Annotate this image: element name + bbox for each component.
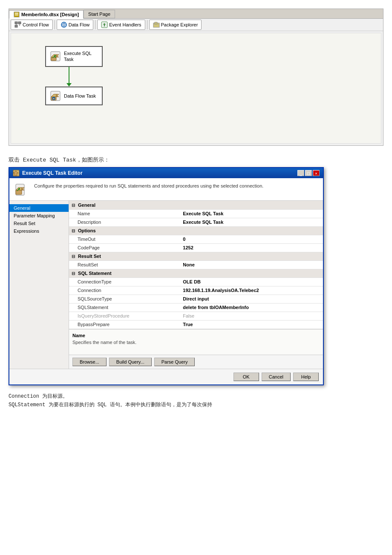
design-tab-icon (14, 12, 20, 17)
svg-rect-12 (155, 22, 157, 24)
prop-name-name: Name (69, 209, 179, 218)
prop-desc-title: Name (72, 333, 320, 338)
maximize-button[interactable]: □ (305, 170, 312, 176)
parse-query-button[interactable]: Parse Query (154, 358, 195, 366)
prop-row-name: Name Execute SQL Task (69, 209, 323, 218)
prop-row-description: Description Execute SQL Task (69, 218, 323, 226)
design-tab[interactable]: MemberInfo.dtsx [Design] (9, 10, 84, 19)
section-instruction: 双击 Execute SQL Task，如图所示： (9, 156, 383, 164)
sidebar-item-expressions[interactable]: Expressions (9, 227, 69, 235)
general-toggle[interactable]: ⊟ (72, 203, 75, 208)
property-description-area: Name Specifies the name of the task. (69, 329, 323, 355)
sql-task-icon (50, 51, 61, 61)
prop-value-connectiontype[interactable]: OLE DB (179, 278, 323, 286)
control-flow-tab[interactable]: Control Flow (11, 20, 53, 30)
prop-name-resultset: ResultSet (69, 260, 179, 269)
prop-value-resultset[interactable]: None (179, 260, 323, 269)
prop-desc-text: Specifies the name of the task. (72, 340, 320, 345)
start-page-tab-label: Start Page (88, 12, 110, 17)
resultset-section-label: Result Set (78, 254, 101, 259)
sql-toggle[interactable]: ⊟ (72, 271, 75, 276)
bottom-text-line-2: SQLStatement 为要在目标源执行的 SQL 语句。本例中执行删除语句，… (9, 401, 383, 409)
dialog-title-text: Execute SQL Task Editor (22, 170, 83, 176)
prop-value-timeout[interactable]: 0 (179, 235, 323, 243)
svg-point-23 (18, 188, 20, 190)
dialog-properties-area: ⊟ General Name Execute SQL Task Descript… (69, 201, 323, 369)
flow-arrow (69, 67, 69, 84)
prop-name-description: Description (69, 218, 179, 226)
dataflow-task-icon (50, 91, 61, 101)
prop-value-bypassprepare[interactable]: True (179, 320, 323, 329)
prop-value-name[interactable]: Execute SQL Task (179, 209, 323, 218)
dialog-titlebar: Execute SQL Task Editor _ □ ✕ (9, 168, 323, 178)
minimize-button[interactable]: _ (297, 170, 304, 176)
dialog-header-description: Configure the properties required to run… (34, 182, 263, 190)
prop-name-connectiontype: ConnectionType (69, 278, 179, 286)
control-flow-icon (14, 21, 21, 28)
svg-rect-22 (16, 190, 22, 194)
cancel-button[interactable]: Cancel (262, 373, 291, 381)
control-flow-label: Control Flow (23, 22, 49, 27)
sidebar-item-result-set[interactable]: Result Set (9, 220, 69, 227)
toolbar-divider-1 (55, 20, 55, 29)
prop-name-sqlsourcetype: SQLSourceType (69, 295, 179, 303)
data-flow-icon (61, 21, 67, 28)
ide-window: MemberInfo.dtsx [Design] Start Page Cont… (9, 9, 383, 146)
ok-button[interactable]: OK (233, 373, 259, 381)
build-query-button[interactable]: Build Query... (109, 358, 152, 366)
prop-row-codepage: CodePage 1252 (69, 243, 323, 252)
section-header-general: ⊟ General (69, 201, 323, 209)
svg-rect-2 (15, 14, 18, 15)
prop-value-codepage[interactable]: 1252 (179, 243, 323, 252)
browse-button[interactable]: Browse... (72, 358, 107, 366)
options-toggle[interactable]: ⊟ (72, 228, 75, 233)
dialog-action-buttons: Browse... Build Query... Parse Query (69, 355, 323, 369)
dialog-header-icon (15, 182, 29, 196)
start-page-tab[interactable]: Start Page (84, 10, 115, 18)
prop-name-isquerystoredprocedure: IsQueryStoredProcedure (69, 312, 179, 320)
section-header-options: ⊟ Options (69, 226, 323, 235)
dialog-bottom-buttons: OK Cancel Help (9, 369, 323, 384)
package-explorer-icon (153, 21, 160, 28)
prop-value-description[interactable]: Execute SQL Task (179, 218, 323, 226)
event-handlers-tab[interactable]: Event Handlers (97, 20, 145, 30)
svg-rect-3 (15, 22, 17, 24)
general-section-label: General (78, 202, 95, 208)
svg-point-16 (54, 55, 56, 57)
package-explorer-label: Package Explorer (161, 22, 198, 27)
dialog-titlebar-left: Execute SQL Task Editor (13, 170, 83, 176)
design-canvas: Execute SQLTask Data Flow Task (11, 33, 381, 144)
prop-row-isquerystoredprocedure: IsQueryStoredProcedure False (69, 312, 323, 320)
help-button[interactable]: Help (293, 373, 319, 381)
event-handlers-icon (101, 21, 108, 28)
sidebar-item-parameter-mapping[interactable]: Parameter Mapping (9, 212, 69, 220)
dialog-sidebar: General Parameter Mapping Result Set Exp… (9, 201, 69, 369)
sql-task-label: Execute SQLTask (64, 50, 92, 63)
resultset-toggle[interactable]: ⊟ (72, 254, 75, 259)
design-tab-label: MemberInfo.dtsx [Design] (21, 12, 79, 17)
prop-name-bypassprepare: BypassPrepare (69, 320, 179, 329)
sql-section-label: SQL Statement (78, 271, 112, 276)
close-button[interactable]: ✕ (313, 170, 320, 176)
prop-row-sqlsourcetype: SQLSourceType Direct input (69, 295, 323, 303)
prop-value-connection[interactable]: 192.168.1.19.AnalysisOA.Telebec2 (179, 286, 323, 295)
svg-rect-4 (15, 25, 17, 27)
event-handlers-label: Event Handlers (109, 22, 141, 27)
prop-value-sqlsourcetype[interactable]: Direct input (179, 295, 323, 303)
prop-value-isquerystoredprocedure: False (179, 312, 323, 320)
execute-sql-task-node[interactable]: Execute SQLTask (45, 46, 103, 67)
data-flow-tab[interactable]: Data Flow (57, 20, 94, 30)
prop-row-resultset: ResultSet None (69, 260, 323, 269)
data-flow-task-node[interactable]: Data Flow Task (45, 87, 103, 105)
prop-value-sqlstatement[interactable]: delete from tblOAMemberInfo (179, 303, 323, 312)
sidebar-item-general[interactable]: General (9, 204, 69, 212)
section-header-sql: ⊟ SQL Statement (69, 269, 323, 278)
dialog-title-icon (13, 170, 20, 176)
prop-name-connection: Connection (69, 286, 179, 295)
bottom-text-line-1: Connection 为目标源。 (9, 392, 383, 401)
prop-row-connectiontype: ConnectionType OLE DB (69, 278, 323, 286)
prop-name-sqlstatement: SQLStatement (69, 303, 179, 312)
toolbar-divider-2 (95, 20, 95, 29)
package-explorer-tab[interactable]: Package Explorer (149, 20, 202, 30)
execute-sql-task-editor-dialog: Execute SQL Task Editor _ □ ✕ Configure … (9, 167, 324, 385)
